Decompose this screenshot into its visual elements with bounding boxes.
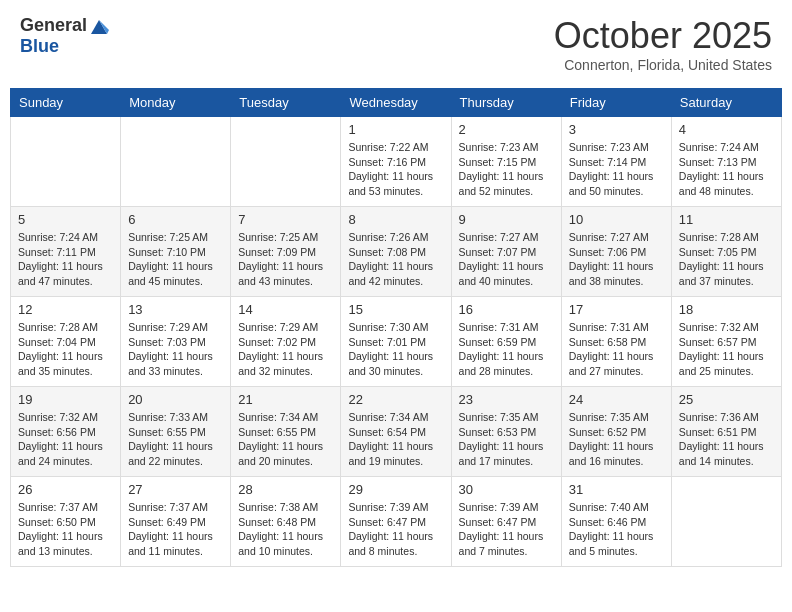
day-number: 21 bbox=[238, 392, 333, 407]
day-number: 27 bbox=[128, 482, 223, 497]
day-number: 16 bbox=[459, 302, 554, 317]
calendar-cell: 22Sunrise: 7:34 AMSunset: 6:54 PMDayligh… bbox=[341, 387, 451, 477]
calendar-cell: 7Sunrise: 7:25 AMSunset: 7:09 PMDaylight… bbox=[231, 207, 341, 297]
day-info: Sunrise: 7:32 AMSunset: 6:57 PMDaylight:… bbox=[679, 320, 774, 379]
calendar-week-row: 26Sunrise: 7:37 AMSunset: 6:50 PMDayligh… bbox=[11, 477, 782, 567]
calendar-week-row: 12Sunrise: 7:28 AMSunset: 7:04 PMDayligh… bbox=[11, 297, 782, 387]
day-number: 29 bbox=[348, 482, 443, 497]
day-number: 20 bbox=[128, 392, 223, 407]
day-number: 18 bbox=[679, 302, 774, 317]
day-number: 9 bbox=[459, 212, 554, 227]
day-info: Sunrise: 7:29 AMSunset: 7:03 PMDaylight:… bbox=[128, 320, 223, 379]
calendar-cell: 27Sunrise: 7:37 AMSunset: 6:49 PMDayligh… bbox=[121, 477, 231, 567]
day-info: Sunrise: 7:33 AMSunset: 6:55 PMDaylight:… bbox=[128, 410, 223, 469]
day-number: 15 bbox=[348, 302, 443, 317]
calendar-cell: 18Sunrise: 7:32 AMSunset: 6:57 PMDayligh… bbox=[671, 297, 781, 387]
calendar-cell: 23Sunrise: 7:35 AMSunset: 6:53 PMDayligh… bbox=[451, 387, 561, 477]
calendar-week-row: 5Sunrise: 7:24 AMSunset: 7:11 PMDaylight… bbox=[11, 207, 782, 297]
day-info: Sunrise: 7:27 AMSunset: 7:06 PMDaylight:… bbox=[569, 230, 664, 289]
day-number: 1 bbox=[348, 122, 443, 137]
day-info: Sunrise: 7:37 AMSunset: 6:50 PMDaylight:… bbox=[18, 500, 113, 559]
day-info: Sunrise: 7:29 AMSunset: 7:02 PMDaylight:… bbox=[238, 320, 333, 379]
calendar-cell: 20Sunrise: 7:33 AMSunset: 6:55 PMDayligh… bbox=[121, 387, 231, 477]
calendar-cell: 9Sunrise: 7:27 AMSunset: 7:07 PMDaylight… bbox=[451, 207, 561, 297]
calendar-cell: 28Sunrise: 7:38 AMSunset: 6:48 PMDayligh… bbox=[231, 477, 341, 567]
calendar-week-row: 1Sunrise: 7:22 AMSunset: 7:16 PMDaylight… bbox=[11, 117, 782, 207]
day-info: Sunrise: 7:31 AMSunset: 6:59 PMDaylight:… bbox=[459, 320, 554, 379]
calendar-header-wednesday: Wednesday bbox=[341, 89, 451, 117]
day-info: Sunrise: 7:23 AMSunset: 7:14 PMDaylight:… bbox=[569, 140, 664, 199]
calendar-cell: 6Sunrise: 7:25 AMSunset: 7:10 PMDaylight… bbox=[121, 207, 231, 297]
day-number: 5 bbox=[18, 212, 113, 227]
logo: General Blue bbox=[20, 15, 109, 57]
logo-general-text: General bbox=[20, 15, 87, 36]
day-number: 19 bbox=[18, 392, 113, 407]
month-title: October 2025 bbox=[554, 15, 772, 57]
page-header: General Blue October 2025 Connerton, Flo… bbox=[10, 10, 782, 78]
calendar-cell: 3Sunrise: 7:23 AMSunset: 7:14 PMDaylight… bbox=[561, 117, 671, 207]
day-number: 22 bbox=[348, 392, 443, 407]
day-number: 7 bbox=[238, 212, 333, 227]
day-number: 13 bbox=[128, 302, 223, 317]
day-info: Sunrise: 7:28 AMSunset: 7:04 PMDaylight:… bbox=[18, 320, 113, 379]
day-number: 2 bbox=[459, 122, 554, 137]
calendar-cell: 5Sunrise: 7:24 AMSunset: 7:11 PMDaylight… bbox=[11, 207, 121, 297]
calendar-cell bbox=[671, 477, 781, 567]
calendar-cell: 26Sunrise: 7:37 AMSunset: 6:50 PMDayligh… bbox=[11, 477, 121, 567]
calendar-cell: 31Sunrise: 7:40 AMSunset: 6:46 PMDayligh… bbox=[561, 477, 671, 567]
day-number: 3 bbox=[569, 122, 664, 137]
calendar-cell: 2Sunrise: 7:23 AMSunset: 7:15 PMDaylight… bbox=[451, 117, 561, 207]
calendar-cell: 12Sunrise: 7:28 AMSunset: 7:04 PMDayligh… bbox=[11, 297, 121, 387]
day-info: Sunrise: 7:23 AMSunset: 7:15 PMDaylight:… bbox=[459, 140, 554, 199]
day-info: Sunrise: 7:34 AMSunset: 6:55 PMDaylight:… bbox=[238, 410, 333, 469]
location-text: Connerton, Florida, United States bbox=[554, 57, 772, 73]
day-info: Sunrise: 7:37 AMSunset: 6:49 PMDaylight:… bbox=[128, 500, 223, 559]
calendar-header-row: SundayMondayTuesdayWednesdayThursdayFrid… bbox=[11, 89, 782, 117]
day-number: 28 bbox=[238, 482, 333, 497]
day-number: 23 bbox=[459, 392, 554, 407]
day-info: Sunrise: 7:34 AMSunset: 6:54 PMDaylight:… bbox=[348, 410, 443, 469]
day-info: Sunrise: 7:36 AMSunset: 6:51 PMDaylight:… bbox=[679, 410, 774, 469]
calendar-table: SundayMondayTuesdayWednesdayThursdayFrid… bbox=[10, 88, 782, 567]
title-section: October 2025 Connerton, Florida, United … bbox=[554, 15, 772, 73]
logo-blue-text: Blue bbox=[20, 36, 59, 57]
calendar-cell: 10Sunrise: 7:27 AMSunset: 7:06 PMDayligh… bbox=[561, 207, 671, 297]
day-number: 11 bbox=[679, 212, 774, 227]
day-info: Sunrise: 7:26 AMSunset: 7:08 PMDaylight:… bbox=[348, 230, 443, 289]
calendar-cell: 8Sunrise: 7:26 AMSunset: 7:08 PMDaylight… bbox=[341, 207, 451, 297]
day-number: 14 bbox=[238, 302, 333, 317]
day-info: Sunrise: 7:31 AMSunset: 6:58 PMDaylight:… bbox=[569, 320, 664, 379]
calendar-cell: 15Sunrise: 7:30 AMSunset: 7:01 PMDayligh… bbox=[341, 297, 451, 387]
calendar-cell bbox=[121, 117, 231, 207]
day-info: Sunrise: 7:40 AMSunset: 6:46 PMDaylight:… bbox=[569, 500, 664, 559]
day-info: Sunrise: 7:39 AMSunset: 6:47 PMDaylight:… bbox=[459, 500, 554, 559]
day-info: Sunrise: 7:39 AMSunset: 6:47 PMDaylight:… bbox=[348, 500, 443, 559]
day-info: Sunrise: 7:28 AMSunset: 7:05 PMDaylight:… bbox=[679, 230, 774, 289]
calendar-header-tuesday: Tuesday bbox=[231, 89, 341, 117]
calendar-cell: 1Sunrise: 7:22 AMSunset: 7:16 PMDaylight… bbox=[341, 117, 451, 207]
day-info: Sunrise: 7:35 AMSunset: 6:52 PMDaylight:… bbox=[569, 410, 664, 469]
calendar-cell bbox=[231, 117, 341, 207]
day-info: Sunrise: 7:38 AMSunset: 6:48 PMDaylight:… bbox=[238, 500, 333, 559]
calendar-header-monday: Monday bbox=[121, 89, 231, 117]
calendar-cell: 14Sunrise: 7:29 AMSunset: 7:02 PMDayligh… bbox=[231, 297, 341, 387]
day-info: Sunrise: 7:32 AMSunset: 6:56 PMDaylight:… bbox=[18, 410, 113, 469]
calendar-header-friday: Friday bbox=[561, 89, 671, 117]
day-number: 26 bbox=[18, 482, 113, 497]
day-info: Sunrise: 7:24 AMSunset: 7:11 PMDaylight:… bbox=[18, 230, 113, 289]
day-info: Sunrise: 7:22 AMSunset: 7:16 PMDaylight:… bbox=[348, 140, 443, 199]
calendar-cell: 4Sunrise: 7:24 AMSunset: 7:13 PMDaylight… bbox=[671, 117, 781, 207]
calendar-cell: 16Sunrise: 7:31 AMSunset: 6:59 PMDayligh… bbox=[451, 297, 561, 387]
day-number: 30 bbox=[459, 482, 554, 497]
day-info: Sunrise: 7:25 AMSunset: 7:10 PMDaylight:… bbox=[128, 230, 223, 289]
calendar-cell: 25Sunrise: 7:36 AMSunset: 6:51 PMDayligh… bbox=[671, 387, 781, 477]
calendar-cell: 19Sunrise: 7:32 AMSunset: 6:56 PMDayligh… bbox=[11, 387, 121, 477]
calendar-cell: 11Sunrise: 7:28 AMSunset: 7:05 PMDayligh… bbox=[671, 207, 781, 297]
calendar-cell: 24Sunrise: 7:35 AMSunset: 6:52 PMDayligh… bbox=[561, 387, 671, 477]
day-number: 6 bbox=[128, 212, 223, 227]
day-number: 17 bbox=[569, 302, 664, 317]
calendar-week-row: 19Sunrise: 7:32 AMSunset: 6:56 PMDayligh… bbox=[11, 387, 782, 477]
day-number: 8 bbox=[348, 212, 443, 227]
day-number: 31 bbox=[569, 482, 664, 497]
day-info: Sunrise: 7:24 AMSunset: 7:13 PMDaylight:… bbox=[679, 140, 774, 199]
